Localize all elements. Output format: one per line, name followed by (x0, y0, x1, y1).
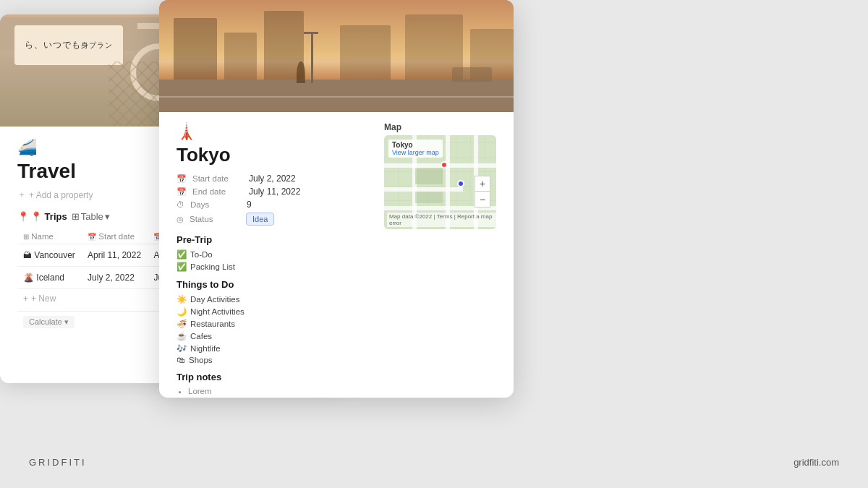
list-item: ✅ To-Do (176, 249, 373, 260)
trip-notes-list: Lorem Lorem (176, 387, 373, 398)
view-type[interactable]: ⊞ Table ▾ (72, 211, 110, 222)
table-label: Table (81, 211, 103, 222)
list-item: ☕ Cafes (176, 331, 373, 341)
plus-icon: ＋ (17, 189, 26, 201)
row-start: April 11, 2022 (82, 244, 148, 267)
trips-emoji: 📍 (17, 211, 29, 222)
row-name: 🌋 Iceland (17, 267, 82, 289)
trips-label: 📍 Trips (30, 211, 67, 222)
things-to-do-list: ☀️ Day Activities 🌙 Night Activities 🍜 R… (176, 294, 373, 364)
list-item: 🍜 Restaurants (176, 319, 373, 329)
trip-notes-title: Trip notes (176, 372, 373, 382)
tokyo-content: 🗼 Tokyo 📅 Start date July 2, 2022 📅 End … (159, 112, 514, 398)
pre-trip-title: Pre-Trip (176, 234, 373, 245)
zoom-in-button[interactable]: + (475, 176, 490, 192)
map-column: Map (384, 122, 496, 229)
tokyo-emoji: 🗼 (176, 122, 373, 141)
row-start: July 2, 2022 (82, 267, 148, 289)
calculate-button[interactable]: Calculate ▾ (23, 316, 75, 328)
list-item: ✅ Packing List (176, 262, 373, 272)
map-zoom-controls[interactable]: + − (475, 176, 490, 207)
status-badge: Idea (246, 213, 274, 226)
zoom-out-button[interactable]: − (475, 192, 490, 207)
list-item: 🎶 Nightlife (176, 343, 373, 354)
japanese-sign: ら、いつでも 身プラン (14, 25, 123, 65)
map-link[interactable]: Tokyo View larger map (388, 140, 443, 158)
map-title: Map (384, 122, 496, 132)
col-name: ⊞ Name (17, 229, 82, 244)
list-item: 🌙 Night Activities (176, 307, 373, 317)
col-start-date: 📅 Start date (82, 229, 148, 244)
tokyo-title: Tokyo (176, 144, 373, 166)
list-item: 🛍 Shops (176, 356, 373, 364)
list-item: Lorem (188, 397, 373, 398)
map-watermark: Map data ©2022 | Terms | Report a map er… (387, 213, 496, 227)
brand-right: gridfiti.com (793, 457, 839, 468)
tokyo-meta: 📅 Start date July 2, 2022 📅 End date Jul… (176, 174, 373, 226)
map-container[interactable]: Tokyo View larger map + − Map data ©2022… (384, 135, 496, 229)
pre-trip-list: ✅ To-Do ✅ Packing List (176, 249, 373, 272)
chevron-down-icon: ▾ (105, 211, 110, 222)
row-name: 🏔 Vancouver (17, 244, 82, 267)
brand-left: GRIDFITI (29, 457, 87, 468)
things-to-do-title: Things to Do (176, 279, 373, 290)
list-item: ☀️ Day Activities (176, 294, 373, 304)
tokyo-card: 🗼 Tokyo 📅 Start date July 2, 2022 📅 End … (159, 0, 514, 398)
list-item: Lorem (188, 387, 373, 395)
plus-icon: + (23, 294, 28, 304)
table-icon: ⊞ (72, 211, 80, 222)
tokyo-hero (159, 0, 514, 112)
